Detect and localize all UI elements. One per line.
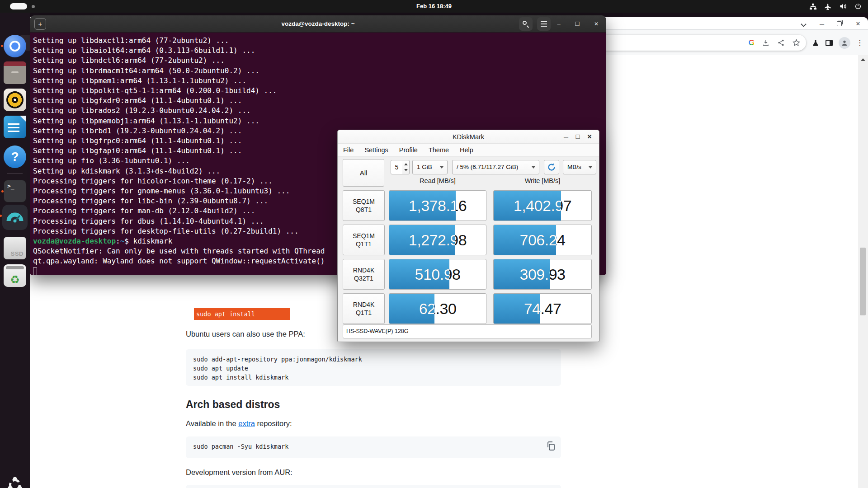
- write-column-header: Write [MB/s]: [493, 177, 592, 184]
- dock-item-rhythmbox[interactable]: [4, 89, 26, 111]
- browser-menu-dots-icon[interactable]: [856, 38, 863, 47]
- code-line: sudo apt install kdiskmark: [193, 373, 554, 382]
- chevron-down-icon: [440, 166, 443, 169]
- dock-item-ssd-drive[interactable]: SSD: [4, 237, 26, 259]
- dock-item-kdiskmark[interactable]: [2, 205, 28, 230]
- highlighted-code-line[interactable]: sudo apt install kdiskmark: [194, 308, 290, 320]
- target-drive-dropdown[interactable]: / 5% (6.71/117.27 GiB): [452, 160, 539, 174]
- test-button-rnd4k-q1t1[interactable]: RND4KQ1T1: [343, 293, 385, 324]
- extra-repo-link[interactable]: extra: [238, 419, 255, 427]
- read-column-header: Read [MB/s]: [389, 177, 486, 184]
- drive-info-field[interactable]: HS-SSD-WAVE(P) 128G: [343, 324, 592, 338]
- spin-up-icon[interactable]: [404, 163, 408, 165]
- kdiskmark-menubar: FileSettingsProfileThemeHelp: [338, 144, 599, 156]
- kdiskmark-close-button[interactable]: [585, 130, 594, 144]
- bookmark-star-icon[interactable]: [792, 38, 801, 47]
- pacman-code-block[interactable]: sudo pacman -Syu kdiskmark: [186, 436, 561, 458]
- unit-dropdown[interactable]: MB/s: [563, 160, 596, 174]
- code-line: sudo apt update: [193, 364, 554, 373]
- profile-avatar[interactable]: [839, 37, 850, 49]
- spin-down-icon[interactable]: [404, 169, 408, 171]
- dock-item-chromium[interactable]: [4, 35, 26, 57]
- gauge-icon: [2, 205, 28, 230]
- dock-item-help[interactable]: [4, 145, 26, 168]
- run-all-button[interactable]: All: [343, 159, 384, 187]
- dock-item-terminal[interactable]: [4, 180, 26, 202]
- browser-restore-button[interactable]: [837, 21, 842, 26]
- side-panel-icon[interactable]: [826, 40, 833, 46]
- arch-intro-suffix: repository:: [255, 419, 292, 427]
- loop-count-spin-buttons[interactable]: [402, 160, 410, 174]
- test-queue-threads: Q1T1: [356, 309, 372, 317]
- block-size-dropdown[interactable]: 1 GiB: [412, 160, 448, 174]
- terminal-cursor: [33, 267, 37, 275]
- kdiskmark-title: KDiskMark: [338, 130, 599, 144]
- dock-item-file-manager[interactable]: [4, 61, 26, 84]
- terminal-close-button[interactable]: [590, 15, 602, 33]
- network-tree-icon: [809, 3, 817, 10]
- terminal-minimize-button[interactable]: [553, 15, 565, 33]
- test-button-seq1m-q1t1[interactable]: SEQ1MQ1T1: [343, 225, 385, 255]
- read-result-cell: 510.98510.98: [389, 259, 486, 290]
- test-button-seq1m-q8t1[interactable]: SEQ1MQ8T1: [343, 190, 385, 221]
- kdiskmark-minimize-button[interactable]: [561, 130, 571, 144]
- ubuntu-logo-icon[interactable]: [6, 476, 24, 488]
- tab-search-chevron-icon[interactable]: [801, 21, 807, 27]
- ppa-code-block[interactable]: sudo add-apt-repository ppa:jonmagon/kdi…: [186, 349, 561, 386]
- menu-profile[interactable]: Profile: [399, 146, 418, 154]
- download-icon[interactable]: [762, 39, 770, 47]
- scrollbar-thumb[interactable]: [860, 248, 866, 315]
- menu-file[interactable]: File: [343, 146, 354, 154]
- read-result-cell: 62.3062.30: [389, 293, 486, 324]
- test-queue-threads: Q32T1: [354, 274, 373, 282]
- menu-help[interactable]: Help: [460, 146, 473, 154]
- test-name: RND4K: [353, 266, 374, 274]
- terminal-output-line: Setting up librdmacm1t64:arm64 (50.0-2ub…: [33, 66, 606, 76]
- code-line: sudo add-apt-repository ppa:jonmagon/kdi…: [193, 355, 554, 364]
- write-result-cell: 1,402.971,402.97: [493, 190, 592, 221]
- browser-minimize-button[interactable]: [817, 19, 827, 29]
- refresh-icon: [547, 162, 557, 172]
- scroll-up-arrow[interactable]: [861, 58, 865, 61]
- terminal-output-line: Setting up libndctl6:arm64 (77-2ubuntu2)…: [33, 56, 606, 66]
- kdiskmark-maximize-button[interactable]: [573, 130, 583, 144]
- aur-code-block[interactable]: git clone https://aur.archlinux.org/kdis…: [186, 485, 561, 488]
- refresh-button[interactable]: [544, 160, 559, 174]
- terminal-search-button[interactable]: [519, 17, 533, 31]
- share-icon[interactable]: [777, 39, 785, 47]
- google-g-icon[interactable]: G: [749, 38, 755, 47]
- clock[interactable]: Feb 16 18:49: [0, 0, 868, 13]
- kdiskmark-titlebar[interactable]: KDiskMark: [338, 130, 599, 144]
- kdiskmark-window: KDiskMark FileSettingsProfileThemeHelp A…: [337, 130, 599, 342]
- terminal-titlebar[interactable]: vozda@vozda-desktop: ~: [30, 15, 606, 33]
- arch-intro-text: Available in the extra repository:: [186, 419, 292, 428]
- block-size-value: 1 GiB: [417, 164, 432, 170]
- test-button-rnd4k-q32t1[interactable]: RND4KQ32T1: [343, 259, 385, 290]
- loop-count-spinbox[interactable]: 5: [391, 160, 403, 174]
- target-drive-value: / 5% (6.71/117.27 GiB): [457, 164, 518, 170]
- flask-icon[interactable]: [811, 39, 820, 47]
- hamburger-icon: [541, 23, 547, 24]
- terminal-output-line: Setting up libaio1t64:arm64 (0.3.113-6bu…: [33, 46, 606, 56]
- power-icon: [854, 3, 862, 10]
- dock-item-trash[interactable]: [4, 264, 26, 287]
- test-name: SEQ1M: [353, 232, 375, 240]
- menu-theme[interactable]: Theme: [429, 146, 449, 154]
- aur-intro-text: Development version from AUR:: [186, 468, 292, 477]
- menu-settings[interactable]: Settings: [364, 146, 388, 154]
- arch-heading: Arch based distros: [186, 399, 280, 411]
- terminal-menu-button[interactable]: [537, 17, 551, 31]
- browser-scrollbar[interactable]: [858, 55, 868, 488]
- browser-close-button[interactable]: [853, 19, 863, 29]
- terminal-output-line: Setting up libdaxctl1:arm64 (77-2ubuntu2…: [33, 36, 606, 46]
- dock-item-libreoffice-writer[interactable]: [4, 116, 26, 138]
- arch-intro-prefix: Available in the: [186, 419, 238, 427]
- chevron-down-icon: [589, 166, 592, 169]
- read-result-cell: 1,378.161,378.16: [389, 190, 486, 221]
- test-name: RND4K: [353, 300, 374, 309]
- system-tray[interactable]: [809, 0, 862, 13]
- chevron-down-icon: [532, 166, 535, 169]
- copy-icon[interactable]: [546, 441, 557, 451]
- terminal-maximize-button[interactable]: [571, 15, 583, 33]
- code-line: sudo pacman -Syu kdiskmark: [193, 442, 554, 451]
